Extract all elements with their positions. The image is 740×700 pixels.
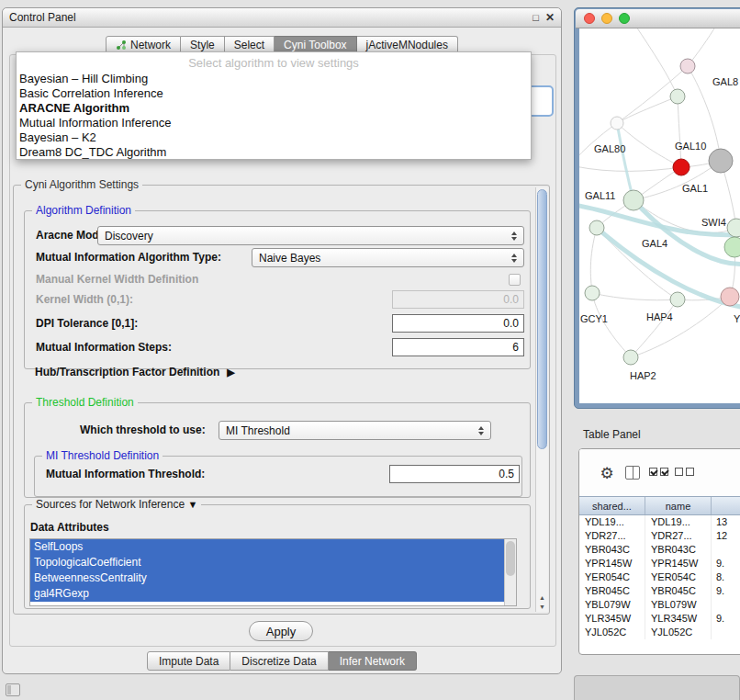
- network-edge[interactable]: [631, 299, 678, 357]
- scroll-up-icon[interactable]: ▲: [539, 594, 545, 601]
- table-row[interactable]: YJL052CYJL052C: [579, 626, 740, 639]
- manual-kernel-checkbox[interactable]: [509, 274, 521, 286]
- network-node[interactable]: [673, 159, 690, 175]
- kernel-width-field[interactable]: 0.0: [392, 290, 524, 309]
- network-node[interactable]: [670, 292, 685, 307]
- network-edge[interactable]: [579, 166, 681, 171]
- network-edge[interactable]: [592, 293, 631, 357]
- network-node[interactable]: [680, 59, 695, 73]
- dpi-tolerance-field[interactable]: 0.0: [392, 314, 524, 333]
- table-row[interactable]: YPR145WYPR145W9.: [579, 557, 740, 570]
- table-cell: YPR145W: [645, 557, 712, 570]
- table-cell: 9.: [712, 584, 740, 598]
- algorithm-option-mutual-information-inference[interactable]: Mutual Information Inference: [17, 116, 531, 130]
- combo-arrows-icon: [511, 254, 517, 263]
- network-node[interactable]: [589, 220, 604, 235]
- table-row[interactable]: YDR27...YDR27...12: [579, 529, 740, 543]
- table-row[interactable]: YER054CYER054C8.: [579, 570, 740, 584]
- network-edge[interactable]: [597, 228, 740, 308]
- algorithm-popup: Select algorithm to view settings Bayesi…: [16, 51, 532, 160]
- table-row[interactable]: YBL079WYBL079W: [579, 598, 740, 612]
- manual-kernel-label: Manual Kernel Width Definition: [36, 270, 198, 289]
- algorithm-definition-legend: Algorithm Definition: [32, 204, 135, 217]
- table-row[interactable]: YBR043CYBR043C: [579, 543, 740, 557]
- network-node[interactable]: [623, 190, 644, 210]
- network-window-titlebar[interactable]: [576, 9, 740, 28]
- network-node[interactable]: [709, 149, 733, 173]
- select-columns-icon[interactable]: [649, 468, 668, 476]
- checked-box-icon: [660, 468, 668, 476]
- bottom-tab-discretize-data[interactable]: Discretize Data: [230, 651, 328, 671]
- network-canvas[interactable]: GAL8GAL80GAL10GAL11GAL1SWI4GAL4GCY1HAP4Y…: [579, 28, 740, 403]
- table-row[interactable]: YDL19...YDL19...13: [579, 515, 740, 529]
- aracne-mode-select[interactable]: Discovery: [97, 226, 524, 245]
- column-header-shared[interactable]: shared...: [579, 497, 645, 514]
- network-node[interactable]: [670, 89, 685, 104]
- column-header-name[interactable]: name: [645, 497, 712, 514]
- zoom-traffic-icon[interactable]: [619, 13, 630, 24]
- collapsed-bottom-panel[interactable]: [574, 675, 740, 700]
- table-cell: [712, 598, 740, 612]
- mi-steps-label: Mutual Information Steps:: [36, 338, 172, 357]
- column-header-extra[interactable]: [712, 497, 740, 514]
- unselect-columns-icon[interactable]: [675, 468, 694, 476]
- attribute-item-gal4rgexp[interactable]: gal4RGexp: [30, 586, 504, 602]
- table-cell: YDR27...: [645, 529, 712, 543]
- algorithm-option-basic-correlation-inference[interactable]: Basic Correlation Inference: [17, 86, 531, 101]
- table-cell: 9.: [712, 557, 740, 570]
- sources-legend-toggle[interactable]: Sources for Network Inference ▼: [32, 498, 201, 511]
- table-row[interactable]: YLR345WYLR345W9.: [579, 612, 740, 626]
- network-node[interactable]: [721, 288, 739, 306]
- float-window-icon[interactable]: □: [533, 12, 539, 23]
- mi-type-select[interactable]: Naive Bayes: [252, 248, 524, 267]
- bottom-tab-infer-network[interactable]: Infer Network: [329, 651, 417, 671]
- network-node[interactable]: [724, 237, 740, 257]
- network-edge[interactable]: [590, 228, 597, 293]
- network-node[interactable]: [585, 286, 600, 300]
- table-cell: YLR345W: [579, 612, 645, 626]
- scrollbar-arrows[interactable]: ▲▼: [536, 594, 548, 610]
- algorithm-option-bayesian-hill-climbing[interactable]: Bayesian – Hill Climbing: [17, 72, 531, 86]
- network-node[interactable]: [623, 350, 638, 365]
- table-cell: 8.: [712, 570, 740, 584]
- gear-icon[interactable]: ⚙: [598, 464, 616, 482]
- network-edge[interactable]: [634, 28, 678, 96]
- settings-legend: Cyni Algorithm Settings: [21, 178, 142, 191]
- column-layout-icon[interactable]: [625, 466, 640, 480]
- mi-steps-field[interactable]: 6: [392, 338, 524, 356]
- attribute-item-selfloops[interactable]: SelfLoops: [30, 539, 504, 555]
- close-icon[interactable]: ✕: [545, 11, 555, 24]
- node-label-gal1: GAL1: [682, 183, 708, 194]
- bottom-tab-impute-data[interactable]: Impute Data: [147, 651, 230, 671]
- close-traffic-icon[interactable]: [584, 13, 595, 24]
- table-row[interactable]: YBR045CYBR045C9.: [579, 584, 740, 598]
- settings-scrollbar-thumb[interactable]: [537, 189, 547, 449]
- network-edge[interactable]: [617, 123, 681, 167]
- hub-section-toggle[interactable]: Hub/Transcription Factor Definition ▶: [35, 366, 235, 378]
- network-edge[interactable]: [592, 293, 678, 300]
- algorithm-option-dream8-dc-tdc-algorithm[interactable]: Dream8 DC_TDC Algorithm: [17, 145, 531, 160]
- control-panel-titlebar[interactable]: Control Panel □ ✕: [3, 8, 561, 28]
- attributes-scrollbar[interactable]: [504, 539, 516, 605]
- minimize-traffic-icon[interactable]: [601, 13, 612, 24]
- table-cell: 13: [712, 515, 740, 529]
- mi-threshold-field[interactable]: 0.5: [389, 465, 520, 483]
- algorithm-option-aracne-algorithm[interactable]: ARACNE Algorithm: [17, 101, 531, 116]
- attributes-scrollbar-thumb[interactable]: [506, 541, 515, 576]
- network-edge[interactable]: [678, 96, 681, 167]
- settings-scrollbar[interactable]: ▲▼: [535, 187, 548, 612]
- threshold-definition-legend: Threshold Definition: [32, 396, 138, 409]
- which-threshold-select[interactable]: MI Threshold: [219, 421, 491, 440]
- apply-button[interactable]: Apply: [249, 621, 313, 641]
- panel-restore-icon[interactable]: [6, 683, 20, 696]
- attribute-item-betweennesscentrality[interactable]: BetweennessCentrality: [30, 570, 504, 586]
- scroll-down-icon[interactable]: ▼: [539, 604, 545, 610]
- network-edge[interactable]: [579, 123, 617, 161]
- unchecked-box-icon: [686, 468, 694, 476]
- hub-section-label: Hub/Transcription Factor Definition: [35, 366, 219, 378]
- attribute-item-topologicalcoefficient[interactable]: TopologicalCoefficient: [30, 555, 504, 570]
- tab-label: Select: [234, 39, 264, 51]
- sources-group: Sources for Network Inference ▼ Data Att…: [24, 504, 531, 609]
- algorithm-option-bayesian-k2[interactable]: Bayesian – K2: [17, 130, 531, 145]
- network-node[interactable]: [611, 117, 623, 130]
